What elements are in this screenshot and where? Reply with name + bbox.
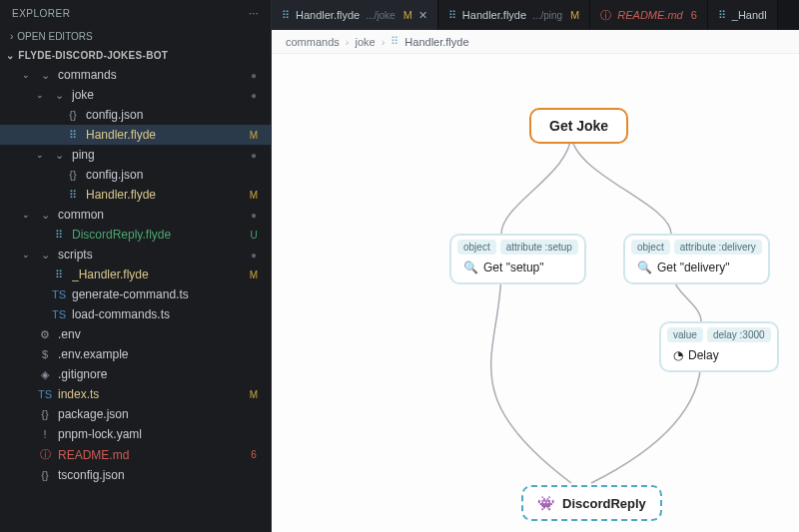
file-label: .env — [58, 327, 261, 341]
folder-item[interactable]: ⌄⌄scripts● — [0, 245, 271, 265]
file-label: common — [58, 208, 241, 222]
project-header[interactable]: ⌄ FLYDE-DISCORD-JOKES-BOT — [0, 46, 271, 65]
editor-tab[interactable]: ⠿Handler.flyde.../pingM — [438, 0, 590, 30]
modified-dot-icon: ● — [247, 250, 261, 261]
chevron-right-icon: › — [382, 36, 386, 48]
file-item[interactable]: ⠿Handler.flydeM — [0, 125, 271, 145]
editor-tab[interactable]: ⓘREADME.md6 — [590, 0, 708, 30]
tab-filename: Handler.flyde — [296, 9, 360, 21]
tab-status: M — [403, 9, 412, 21]
file-item[interactable]: {}config.json — [0, 165, 271, 185]
flyde-icon: ⠿ — [718, 9, 726, 22]
node-pins: object attribute :setup — [451, 236, 584, 255]
git-status: U — [247, 230, 261, 241]
node-delay[interactable]: value delay :3000 ◔ Delay — [659, 321, 779, 372]
flyde-icon: ⠿ — [282, 9, 290, 22]
file-item[interactable]: !pnpm-lock.yaml — [0, 424, 271, 444]
open-editors-section[interactable]: › OPEN EDITORS — [0, 27, 271, 46]
close-icon[interactable]: ✕ — [418, 9, 427, 22]
modified-dot-icon: ● — [247, 70, 261, 81]
tab-path: .../ping — [532, 10, 562, 21]
node-body: 🔍 Get "setup" — [451, 255, 584, 282]
folder-icon: ⌄ — [52, 149, 66, 162]
pin-value[interactable]: value — [667, 327, 703, 342]
node-pins: value delay :3000 — [661, 323, 777, 342]
folder-item[interactable]: ⌄⌄commands● — [0, 65, 271, 85]
file-item[interactable]: TSload-commands.ts — [0, 304, 271, 324]
editor-tab[interactable]: ⠿_Handl — [708, 0, 778, 30]
flyde-canvas[interactable]: Get Joke object attribute :setup 🔍 Get "… — [272, 54, 799, 532]
node-label: Get "delivery" — [657, 261, 730, 274]
chevron-right-icon: › — [346, 36, 350, 48]
file-label: .gitignore — [58, 367, 261, 381]
node-get-joke[interactable]: Get Joke — [529, 108, 628, 144]
modified-dot-icon: ● — [247, 90, 261, 101]
folder-item[interactable]: ⌄⌄ping● — [0, 145, 271, 165]
git-status: M — [247, 389, 261, 400]
file-label: index.ts — [58, 387, 241, 401]
explorer-sidebar: EXPLORER ··· › OPEN EDITORS ⌄ FLYDE-DISC… — [0, 0, 272, 532]
file-item[interactable]: ◈.gitignore — [0, 364, 271, 384]
file-label: Handler.flyde — [86, 128, 241, 142]
explorer-title: EXPLORER — [12, 8, 70, 19]
file-item[interactable]: {}tsconfig.json — [0, 465, 271, 485]
node-body: 🔍 Get "delivery" — [625, 255, 768, 282]
folder-icon: ⌄ — [38, 249, 52, 262]
node-get-delivery[interactable]: object attribute :delivery 🔍 Get "delive… — [623, 234, 770, 284]
modified-dot-icon: ● — [247, 150, 261, 161]
folder-icon: ⌄ — [38, 209, 52, 222]
flyde-icon: ⠿ — [448, 9, 456, 22]
file-item[interactable]: ⠿DiscordReply.flydeU — [0, 225, 271, 245]
editor-tab[interactable]: ⠿Handler.flyde.../jokeM✕ — [272, 0, 438, 30]
pin-delay[interactable]: delay :3000 — [707, 327, 771, 342]
file-item[interactable]: {}config.json — [0, 105, 271, 125]
chevron-down-icon: ⌄ — [22, 250, 32, 260]
chevron-down-icon: ⌄ — [22, 210, 32, 220]
flyde-icon: ⠿ — [52, 229, 66, 242]
file-item[interactable]: {}package.json — [0, 404, 271, 424]
node-pins: object attribute :delivery — [625, 236, 768, 255]
node-label: Delay — [688, 348, 719, 362]
info-icon: ⓘ — [38, 447, 52, 462]
file-item[interactable]: ⓘREADME.md6 — [0, 444, 271, 465]
node-get-setup[interactable]: object attribute :setup 🔍 Get "setup" — [449, 234, 586, 284]
breadcrumb-item: joke — [355, 36, 375, 48]
yaml-icon: ! — [38, 428, 52, 440]
file-label: joke — [72, 88, 241, 102]
pin-attribute[interactable]: attribute :setup — [500, 240, 578, 255]
git-icon: ◈ — [38, 368, 52, 381]
node-body: ◔ Delay — [661, 342, 777, 370]
more-icon[interactable]: ··· — [249, 8, 259, 19]
file-item[interactable]: ⠿_Handler.flydeM — [0, 265, 271, 284]
file-label: pnpm-lock.yaml — [58, 427, 261, 441]
pin-object[interactable]: object — [631, 240, 670, 255]
json-icon: {} — [66, 169, 80, 181]
node-label: DiscordReply — [562, 496, 646, 511]
file-label: commands — [58, 68, 241, 82]
file-label: .env.example — [58, 347, 261, 361]
tab-bar: ⠿Handler.flyde.../jokeM✕⠿Handler.flyde..… — [272, 0, 799, 30]
git-status: M — [247, 269, 261, 280]
pin-attribute[interactable]: attribute :delivery — [674, 240, 762, 255]
project-name: FLYDE-DISCORD-JOKES-BOT — [18, 50, 168, 61]
info-icon: ⓘ — [600, 8, 611, 23]
file-item[interactable]: $.env.example — [0, 344, 271, 364]
node-label: Get "setup" — [483, 261, 544, 274]
git-status: M — [247, 130, 261, 141]
ts-icon: TS — [38, 388, 52, 400]
breadcrumb-item: commands — [286, 36, 340, 48]
git-status: M — [247, 190, 261, 201]
file-item[interactable]: TSindex.tsM — [0, 384, 271, 404]
folder-item[interactable]: ⌄⌄joke● — [0, 85, 271, 105]
breadcrumb[interactable]: commands › joke › ⠿ Handler.flyde — [272, 30, 799, 54]
pin-object[interactable]: object — [457, 240, 496, 255]
file-label: config.json — [86, 168, 261, 182]
tab-filename: Handler.flyde — [462, 9, 526, 21]
file-item[interactable]: ⠿Handler.flydeM — [0, 185, 271, 205]
node-discord-reply[interactable]: 👾 DiscordReply — [521, 485, 662, 521]
tab-path: .../joke — [366, 10, 395, 21]
file-item[interactable]: ⚙.env — [0, 324, 271, 344]
folder-item[interactable]: ⌄⌄common● — [0, 205, 271, 225]
file-item[interactable]: TSgenerate-command.ts — [0, 284, 271, 304]
shell-icon: $ — [38, 348, 52, 360]
